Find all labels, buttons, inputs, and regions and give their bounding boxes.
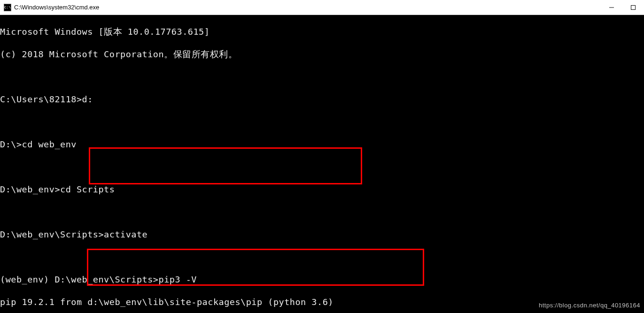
- terminal-line: (web_env) D:\web_env\Scripts>pip3 -V: [0, 274, 644, 285]
- terminal-line: Microsoft Windows [版本 10.0.17763.615]: [0, 26, 644, 38]
- window-controls: [601, 0, 644, 15]
- maximize-button[interactable]: [622, 0, 644, 15]
- terminal-line: [0, 116, 644, 128]
- terminal-area[interactable]: Microsoft Windows [版本 10.0.17763.615] (c…: [0, 15, 644, 313]
- window-title: C:\Windows\system32\cmd.exe: [14, 4, 601, 11]
- window-titlebar: C:\ C:\Windows\system32\cmd.exe: [0, 0, 644, 15]
- terminal-line: C:\Users\82118>d:: [0, 94, 644, 105]
- minimize-button[interactable]: [601, 0, 622, 15]
- terminal-line: D:\>cd web_env: [0, 139, 644, 150]
- maximize-icon: [631, 5, 636, 10]
- cmd-icon: C:\: [4, 4, 11, 11]
- minimize-icon: [609, 5, 614, 10]
- cmd-icon-text: C:\: [4, 5, 11, 9]
- watermark-text: https://blog.csdn.net/qq_40196164: [539, 300, 640, 311]
- terminal-line: [0, 71, 644, 83]
- terminal-line: [0, 252, 644, 263]
- svg-rect-1: [631, 5, 636, 9]
- terminal-line: (c) 2018 Microsoft Corporation。保留所有权利。: [0, 49, 644, 60]
- terminal-line: D:\web_env>cd Scripts: [0, 184, 644, 195]
- terminal-line: [0, 206, 644, 218]
- terminal-line: [0, 161, 644, 173]
- terminal-line: D:\web_env\Scripts>activate: [0, 229, 644, 240]
